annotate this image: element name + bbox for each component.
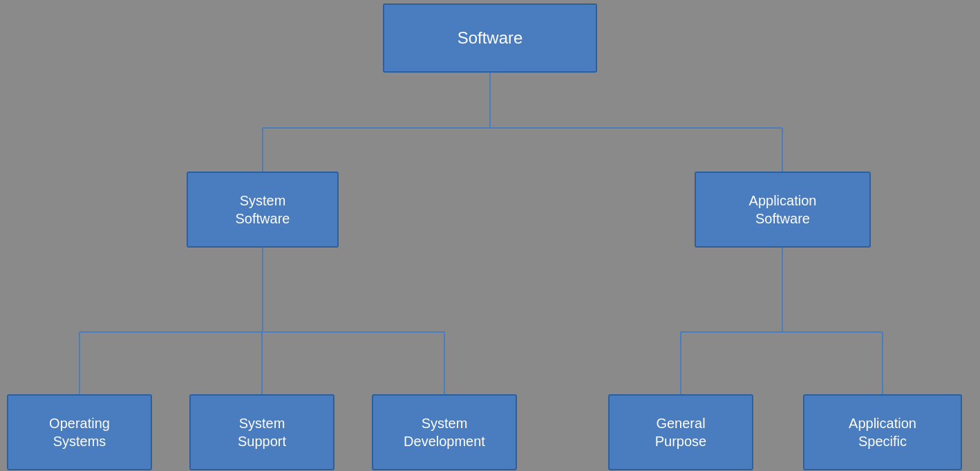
operating-systems-label: OperatingSystems [49,414,110,450]
application-software-label: ApplicationSoftware [749,192,817,228]
node-operating-systems: OperatingSystems [7,394,152,470]
node-software: Software [383,3,597,73]
node-application-specific: ApplicationSpecific [803,394,962,470]
node-system-software: SystemSoftware [187,172,339,248]
node-system-development: SystemDevelopment [372,394,517,470]
application-specific-label: ApplicationSpecific [849,414,916,450]
system-support-label: SystemSupport [238,414,286,450]
node-system-support: SystemSupport [189,394,334,470]
diagram: Software SystemSoftware ApplicationSoftw… [0,0,980,471]
node-general-purpose: GeneralPurpose [608,394,753,470]
system-software-label: SystemSoftware [236,192,290,228]
system-development-label: SystemDevelopment [404,414,485,450]
node-application-software: ApplicationSoftware [695,172,871,248]
general-purpose-label: GeneralPurpose [655,414,707,450]
software-label: Software [458,27,523,48]
